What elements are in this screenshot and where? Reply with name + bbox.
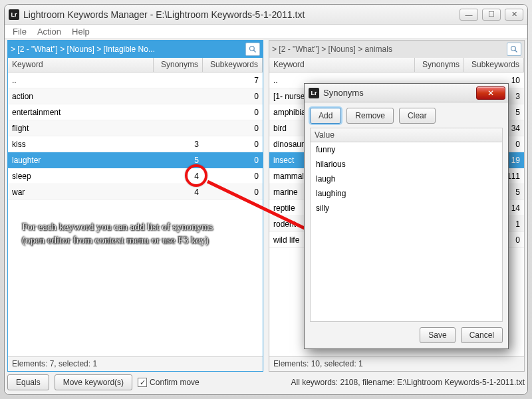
- annotation-circle: [185, 164, 207, 187]
- svg-line-1: [254, 51, 256, 53]
- close-button[interactable]: ✕: [505, 9, 523, 21]
- search-icon: [510, 45, 518, 53]
- dialog-column-header[interactable]: Value: [310, 128, 503, 142]
- checkbox-icon: ✓: [138, 378, 147, 387]
- app-status: All keywords: 2108, filename: E:\Lightro…: [291, 378, 525, 387]
- remove-button[interactable]: Remove: [346, 108, 394, 124]
- minimize-button[interactable]: —: [460, 9, 478, 21]
- svg-point-2: [511, 47, 516, 51]
- cell-synonyms: 4: [154, 188, 203, 197]
- left-breadcrumb[interactable]: > [2 - "What"] > [Nouns] > [Intagible No…: [11, 45, 243, 54]
- synonym-list[interactable]: funnyhilariouslaughlaughingsilly: [310, 142, 503, 322]
- cell-keyword: flight: [8, 124, 154, 133]
- cell-keyword: action: [8, 92, 154, 101]
- maximize-button[interactable]: ☐: [482, 9, 501, 21]
- col-synonyms[interactable]: Synonyms: [415, 58, 464, 72]
- menu-help[interactable]: Help: [66, 25, 95, 39]
- confirm-move-label: Confirm move: [150, 378, 200, 387]
- dialog-titlebar: Lr Synonyms ✕: [305, 84, 508, 102]
- left-pane: > [2 - "What"] > [Nouns] > [Intagible No…: [7, 40, 263, 372]
- table-row[interactable]: laughter50: [8, 152, 263, 168]
- cell-subkeywords: 7: [203, 76, 263, 85]
- table-row[interactable]: kiss30: [8, 136, 263, 152]
- col-subkeywords[interactable]: Subkeywords: [203, 58, 263, 72]
- table-row[interactable]: entertainment0: [8, 104, 263, 120]
- cell-keyword: entertainment: [8, 108, 154, 117]
- col-keyword[interactable]: Keyword: [269, 58, 415, 72]
- table-row[interactable]: ..7: [8, 72, 263, 88]
- svg-point-0: [250, 47, 255, 51]
- cell-keyword: war: [8, 188, 154, 197]
- table-row[interactable]: war40: [8, 184, 263, 200]
- right-breadcrumb-bar: > [2 - "What"] > [Nouns] > animals: [269, 41, 524, 58]
- menu-action[interactable]: Action: [32, 25, 66, 39]
- save-button[interactable]: Save: [420, 327, 455, 343]
- window-title: Lightroom Keywords Manager - E:\Lightroo…: [23, 9, 460, 20]
- dialog-title: Synonyms: [323, 88, 476, 98]
- search-icon: [249, 45, 257, 53]
- clear-button[interactable]: Clear: [399, 108, 436, 124]
- cell-keyword: kiss: [8, 140, 154, 149]
- left-breadcrumb-bar: > [2 - "What"] > [Nouns] > [Intagible No…: [8, 41, 263, 58]
- confirm-move-checkbox[interactable]: ✓ Confirm move: [138, 378, 200, 387]
- list-item[interactable]: silly: [311, 201, 502, 215]
- cell-keyword: sleep: [8, 172, 154, 181]
- left-status: Elements: 7, selected: 1: [8, 356, 263, 371]
- left-rows[interactable]: ..7action0entertainment0flight0kiss30lau…: [8, 72, 263, 356]
- dialog-close-button[interactable]: ✕: [476, 86, 505, 100]
- col-subkeywords[interactable]: Subkeywords: [464, 58, 524, 72]
- table-row[interactable]: flight0: [8, 120, 263, 136]
- app-icon: Lr: [9, 9, 19, 20]
- cell-subkeywords: 0: [203, 172, 263, 181]
- table-row[interactable]: action0: [8, 88, 263, 104]
- menubar: File Action Help: [5, 25, 527, 39]
- right-search-button[interactable]: [507, 43, 521, 56]
- right-table-header: Keyword Synonyms Subkeywords: [269, 58, 524, 72]
- list-item[interactable]: laugh: [311, 172, 502, 186]
- list-item[interactable]: funny: [311, 142, 502, 157]
- add-button[interactable]: Add: [310, 108, 341, 124]
- menu-file[interactable]: File: [7, 25, 32, 39]
- cell-subkeywords: 0: [203, 140, 263, 149]
- cell-synonyms: 5: [154, 156, 203, 165]
- list-item[interactable]: laughing: [311, 186, 502, 201]
- move-keywords-button[interactable]: Move keyword(s): [55, 374, 132, 390]
- left-search-button[interactable]: [245, 43, 260, 56]
- cell-subkeywords: 0: [203, 156, 263, 165]
- cell-keyword: laughter: [8, 156, 154, 165]
- dialog-toolbar: Add Remove Clear: [310, 108, 503, 124]
- cell-subkeywords: 0: [203, 108, 263, 117]
- bottom-bar: Equals Move keyword(s) ✓ Confirm move Al…: [7, 373, 525, 392]
- cell-subkeywords: 0: [203, 124, 263, 133]
- synonyms-dialog: Lr Synonyms ✕ Add Remove Clear Value fun…: [304, 83, 509, 349]
- cell-synonyms: 3: [154, 140, 203, 149]
- dialog-footer: Save Cancel: [310, 322, 503, 343]
- equals-button[interactable]: Equals: [7, 374, 49, 390]
- svg-line-3: [515, 51, 517, 53]
- titlebar: Lr Lightroom Keywords Manager - E:\Light…: [5, 5, 527, 25]
- left-table-header: Keyword Synonyms Subkeywords: [8, 58, 263, 72]
- table-row[interactable]: sleep40: [8, 168, 263, 184]
- right-breadcrumb[interactable]: > [2 - "What"] > [Nouns] > animals: [272, 45, 504, 54]
- cancel-button[interactable]: Cancel: [461, 327, 503, 343]
- cell-keyword: ..: [8, 76, 154, 85]
- list-item[interactable]: hilarious: [311, 157, 502, 172]
- col-synonyms[interactable]: Synonyms: [154, 58, 203, 72]
- main-window: Lr Lightroom Keywords Manager - E:\Light…: [4, 4, 528, 395]
- col-keyword[interactable]: Keyword: [8, 58, 154, 72]
- cell-subkeywords: 0: [203, 188, 263, 197]
- annotation-hint: For each keyword you can add list of syn…: [22, 220, 221, 247]
- right-status: Elements: 10, selected: 1: [269, 356, 524, 371]
- app-icon: Lr: [309, 88, 319, 98]
- cell-subkeywords: 0: [203, 92, 263, 101]
